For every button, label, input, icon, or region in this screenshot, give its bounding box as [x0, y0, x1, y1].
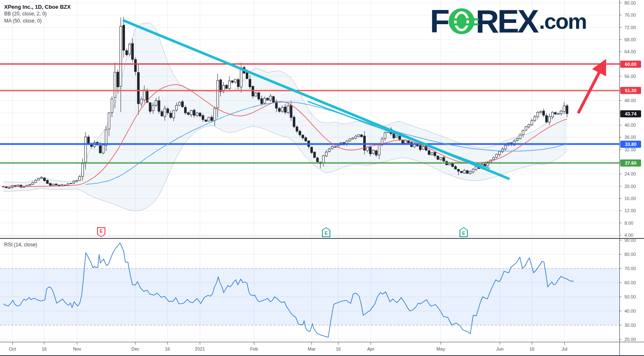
candle-down	[185, 107, 187, 113]
candle-up	[328, 149, 330, 151]
candle-up	[549, 117, 551, 123]
candle-down	[99, 145, 101, 153]
candle-down	[457, 169, 459, 171]
price-tick-label: 32.00	[624, 147, 636, 152]
rsi-tick-label: 40.00	[624, 308, 636, 313]
candle-down	[419, 145, 421, 150]
earnings-badge[interactable]: E	[97, 227, 105, 237]
candle-down	[5, 187, 7, 188]
time-tick-label: Feb	[250, 346, 258, 351]
panel-divider[interactable]	[0, 238, 644, 239]
logo-euro-bar	[451, 18, 479, 20]
symbol-title: XPeng Inc., 1D, Cboe BZX	[4, 3, 71, 10]
price-tick-label: 48.00	[624, 98, 636, 103]
candle-up	[217, 80, 219, 108]
candle-up	[534, 117, 536, 120]
candle-up	[214, 108, 216, 120]
candle-down	[258, 93, 260, 99]
earnings-icon: E	[97, 228, 105, 233]
candle-down	[170, 113, 172, 117]
candle-down	[117, 72, 119, 87]
candle-up	[240, 68, 242, 87]
time-tick-label: Jul	[562, 346, 567, 351]
candle-up	[557, 113, 559, 114]
candle-up	[264, 98, 266, 103]
candle-up	[539, 111, 542, 113]
candle-up	[378, 145, 380, 155]
candle-up	[196, 113, 198, 116]
chart-canvas[interactable]	[0, 0, 644, 356]
candle-up	[17, 185, 19, 186]
last-price-label: 43.74	[620, 110, 641, 117]
level-price-label: 33.80	[620, 140, 641, 148]
rsi-band	[0, 268, 619, 325]
candle-down	[20, 185, 22, 187]
candle-down	[55, 184, 57, 185]
candle-down	[360, 135, 362, 137]
earnings-badge[interactable]: E	[459, 227, 468, 237]
candle-up	[114, 72, 116, 98]
candle-up	[367, 147, 369, 150]
price-tick-label: 16.00	[624, 196, 636, 201]
candle-up	[120, 26, 122, 86]
candle-up	[440, 158, 442, 160]
time-tick-label: 2021	[195, 346, 205, 351]
candle-up	[560, 111, 562, 113]
candle-up	[531, 120, 533, 125]
candle-down	[46, 181, 48, 184]
candle-up	[525, 127, 527, 130]
candle-up	[32, 183, 34, 184]
candle-down	[428, 150, 430, 154]
candle-up	[85, 137, 87, 162]
candle-up	[228, 81, 230, 89]
candle-up	[475, 167, 477, 170]
candle-down	[161, 112, 163, 116]
time-tick-label: 16	[529, 346, 534, 351]
candle-up	[40, 178, 42, 178]
candle-up	[152, 105, 154, 110]
candle-down	[311, 147, 313, 153]
logo-letters-rex: REX	[476, 7, 537, 36]
candle-up	[73, 181, 75, 183]
candle-up	[79, 176, 81, 181]
candle-down	[149, 103, 151, 111]
candle-down	[135, 60, 137, 72]
price-tick-label: 24.00	[624, 171, 636, 176]
candle-up	[37, 178, 40, 180]
candle-down	[296, 127, 298, 131]
candle-up	[143, 90, 145, 100]
price-tick-label: 76.00	[624, 13, 636, 18]
candle-up	[61, 185, 63, 186]
candle-up	[208, 117, 210, 121]
rsi-tick-label: 70.00	[624, 266, 636, 271]
time-tick-label: Dec	[131, 346, 140, 351]
candle-up	[331, 146, 333, 148]
candle-down	[437, 156, 439, 159]
candle-down	[460, 171, 462, 173]
price-tick-label: 8.00	[624, 221, 633, 226]
candle-up	[105, 130, 107, 145]
candle-down	[299, 131, 301, 135]
chart-window: XPeng Inc., 1D, Cboe BZX BB (20, close, …	[0, 0, 644, 356]
earnings-badge[interactable]: E	[322, 227, 330, 237]
price-axis-border	[619, 0, 620, 356]
rsi-tick-label: 20.00	[624, 337, 636, 342]
candle-up	[270, 96, 272, 100]
candle-down	[205, 120, 207, 122]
candle-down	[443, 158, 445, 161]
candle-down	[334, 147, 336, 147]
candle-up	[519, 135, 521, 139]
candle-down	[43, 178, 45, 181]
projection-arrow[interactable]	[578, 63, 604, 113]
level-price-label: 27.60	[620, 160, 641, 167]
candle-down	[237, 80, 239, 87]
time-tick-label: May	[437, 346, 445, 351]
candle-up	[82, 164, 84, 177]
rsi-indicator-label: RSI (14, close)	[4, 242, 37, 248]
bb-fill	[3, 23, 567, 211]
candle-up	[422, 146, 424, 149]
candle-up	[29, 184, 31, 185]
candle-down	[158, 100, 160, 111]
candle-down	[554, 113, 557, 114]
candle-up	[67, 184, 69, 185]
